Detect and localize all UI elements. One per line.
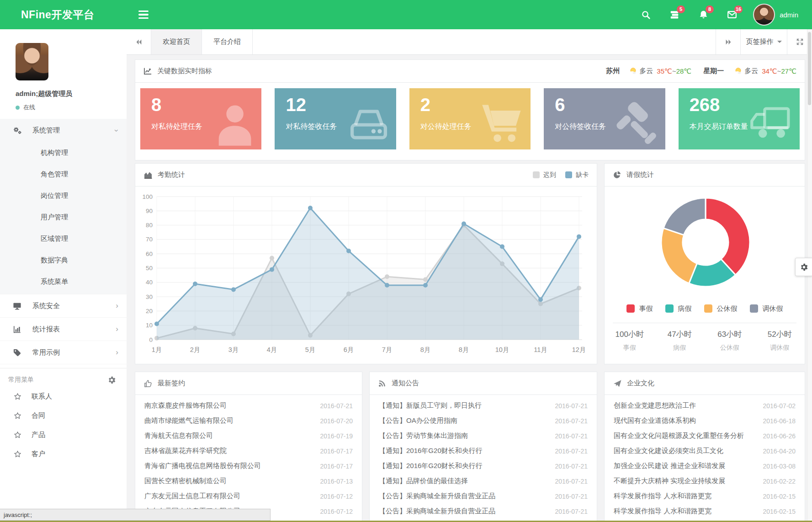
weather-tomorrow-low: 27℃ [781,67,796,75]
settings-flyout-button[interactable] [795,258,812,276]
list-item[interactable]: 国营长空精密机械制造公司2016-07-13 [135,474,362,489]
leave-stat-value: 63小时 [705,329,755,340]
tabs-scroll-right-button[interactable] [716,29,740,54]
line-chart-icon [143,67,152,75]
list-item[interactable]: 【公告】采购商城全新升级自营业正品2016-07-21 [370,504,597,519]
sidebar-item-label: 常用示例 [32,348,60,357]
stat-card-3[interactable]: 2对公待处理任务 [409,88,531,149]
notices-list: 【通知】新版员工守则，即日执行2016-07-21【公告】OA办公使用指南201… [370,395,597,522]
tab-welcome-home[interactable]: 欢迎首页 [151,29,202,54]
leave-donut-chart [605,186,805,298]
stat-card-4[interactable]: 6对公待签收任务 [544,88,665,149]
legend-item-缺卡[interactable]: 缺卡 [565,171,589,179]
search-icon[interactable] [640,9,651,20]
list-item[interactable]: 【公告】OA办公使用指南2016-07-21 [370,413,597,428]
stat-card-2[interactable]: 12对私待签收任务 [275,88,396,149]
list-item-title: 吉林省蔬菜花卉科学研究院 [144,447,227,455]
list-item[interactable]: 【通知】新版员工守则，即日执行2016-07-21 [370,398,597,413]
user-avatar[interactable] [753,4,775,26]
gavel-icon [614,100,662,148]
svg-text:50: 50 [146,265,153,272]
sidebar-item-system-management[interactable]: 系统管理› [0,119,127,142]
username-label[interactable]: admin [780,11,798,19]
list-item-title: 【通知】品牌价值的最佳选择 [379,477,468,485]
tasks-icon[interactable]: 5 [669,9,680,20]
sidebar-item-common-examples[interactable]: 常用示例› [0,341,127,364]
svg-text:90: 90 [146,208,153,214]
favorites-gear-icon[interactable] [108,376,116,384]
sidebar-subitem-data-dictionary[interactable]: 数据字典 [0,249,127,271]
list-item[interactable]: 青海航天信息有限公司2016-07-19 [135,428,362,443]
sidebar-subitem-role-management[interactable]: 角色管理 [0,163,127,185]
tab-operations-dropdown[interactable]: 页签操作 [740,29,787,54]
list-item[interactable]: 科学发展作指导 人水和谐路更宽2016-02-15 [605,504,805,519]
donut-legend-item-调休假[interactable]: 调休假 [750,304,783,313]
list-item[interactable]: 科学发展作指导 人水和谐路更宽2016-02-15 [605,489,805,504]
star-icon [14,393,22,400]
list-item[interactable]: 加强企业公民建设 推进企业和谐发展2016-03-08 [605,458,805,474]
tabs-scroll-left-button[interactable] [127,29,151,54]
list-item[interactable]: 青海省广播电视信息网络股份有限公司2016-07-17 [135,458,362,474]
sidebar-group-common-examples: 常用示例› [0,341,127,364]
donut-legend-item-公休假[interactable]: 公休假 [704,304,738,313]
list-item[interactable]: 【公告】采购商城全新升级自营业正品2016-07-21 [370,489,597,504]
svg-text:70: 70 [146,236,153,243]
list-item[interactable]: 【通知】品牌价值的最佳选择2016-07-21 [370,474,597,489]
sidebar-subitem-user-management[interactable]: 用户管理 [0,206,127,228]
list-item[interactable]: 广东友元国土信息工程有限公司2016-07-12 [135,489,362,504]
sidebar-item-statistics-report[interactable]: 统计报表› [0,318,127,341]
profile-avatar [16,43,48,80]
list-item-title: 广东友元国土信息工程有限公司 [144,492,240,501]
weather-tomorrow-condition: 多云 [744,67,758,75]
list-item[interactable]: 国有企业文化问题根源及文化重塑任务分析2016-06-26 [605,428,805,443]
list-item[interactable]: 现代国有企业道德体系初构2016-06-18 [605,413,805,428]
vertical-scrollbar-thumb[interactable] [808,32,811,105]
notifications-bell-icon[interactable]: 8 [698,9,709,20]
favorite-item-contract[interactable]: 合同 [0,406,127,425]
svg-text:0: 0 [149,336,153,343]
list-item[interactable]: 【公告】劳动节集体出游指南2016-07-21 [370,428,597,443]
list-item[interactable]: 吉林省蔬菜花卉科学研究院2016-07-17 [135,443,362,458]
legend-item-迟到[interactable]: 迟到 [533,171,556,179]
list-item-date: 2016-04-20 [763,447,796,455]
leave-stat-label: 调休假 [755,344,805,352]
list-item-title: 【通知】2016年G20财长和央行行 [379,447,483,455]
sun-cloud-icon [734,67,743,75]
favorite-item-label: 客户 [32,450,45,458]
favorite-item-contacts[interactable]: 联系人 [0,387,127,406]
donut-legend-label: 调休假 [763,304,783,313]
list-item-title: 【公告】劳动节集体出游指南 [379,431,468,440]
sidebar-item-system-security[interactable]: 系统安全› [0,294,127,317]
donut-legend-item-病假[interactable]: 病假 [665,304,692,313]
donut-legend-item-事假[interactable]: 事假 [626,304,653,313]
weather-day-label: 星期一 [703,67,724,75]
list-item-date: 2016-02-15 [763,493,796,500]
list-item[interactable]: 创新企业党建思想政治工作2016-07-02 [605,398,805,413]
donut-legend-label: 事假 [639,304,653,313]
list-item[interactable]: 【通知】2016年G20财长和央行行2016-07-21 [370,443,597,458]
sidebar-subitem-org-management[interactable]: 机构管理 [0,142,127,163]
list-item[interactable]: 【通知】2016年G20财长和央行行2016-07-21 [370,458,597,474]
favorite-item-product[interactable]: 产品 [0,425,127,444]
user-icon [210,100,258,148]
star-icon [14,431,22,439]
list-item[interactable]: 南京森鹿皮件服饰有限公司2016-07-21 [135,398,362,413]
list-item-date: 2016-06-26 [763,432,796,440]
sidebar-subitem-area-management[interactable]: 区域管理 [0,228,127,249]
messages-mail-icon[interactable]: 16 [727,9,738,20]
key-indicator-header: 关键数据实时指标 苏州 多云 35℃ ~ 28℃ 星期一 多云 34℃ ~ 27… [135,60,805,83]
leave-legend: 事假病假公休假调休假 [605,298,805,319]
latest-signings-panel: 最新签约 南京森鹿皮件服饰有限公司2016-07-21曲靖市绿能燃气运输有限公司… [135,372,362,522]
menu-toggle-icon[interactable] [138,11,149,19]
tab-platform-intro[interactable]: 平台介绍 [202,29,253,54]
stat-card-1[interactable]: 8对私待处理任务 [140,88,261,149]
sidebar-subitem-post-management[interactable]: 岗位管理 [0,185,127,206]
svg-text:40: 40 [146,279,153,286]
stat-card-5[interactable]: 268本月交易订单数量 [679,88,800,149]
list-item[interactable]: 国有企业文化建设必须突出员工文化2016-04-20 [605,443,805,458]
favorite-item-customer[interactable]: 客户 [0,444,127,463]
list-item[interactable]: 不断提升大庆精神 实现企业持续发展2016-02-22 [605,474,805,489]
chevron-right-icon: › [116,302,118,309]
sidebar-subitem-system-menu[interactable]: 系统菜单 [0,271,127,292]
list-item[interactable]: 曲靖市绿能燃气运输有限公司2016-07-20 [135,413,362,428]
